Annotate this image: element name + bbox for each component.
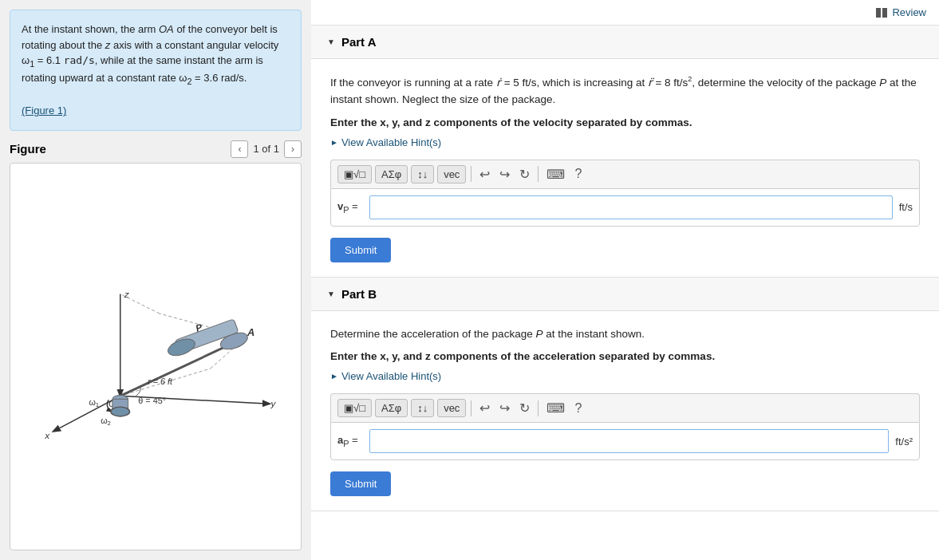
svg-text:z: z — [124, 289, 129, 300]
sep1b — [471, 400, 471, 416]
right-panel: Review ▼ Part A If the conveyor is runni… — [311, 0, 939, 560]
part-b-hint-label: View Available Hint(s) — [341, 370, 441, 382]
part-a-submit[interactable]: Submit — [330, 238, 391, 262]
part-a-hint-label: View Available Hint(s) — [341, 136, 441, 148]
svg-text:θ = 45°: θ = 45° — [138, 396, 166, 405]
part-a-toolbar: ▣√□ ΑΣφ ↕↓ vec ↩ ↪ ↻ ⌨ — [330, 160, 920, 188]
part-a-section: ▼ Part A If the conveyor is running at a… — [311, 26, 939, 278]
prev-figure-btn[interactable]: ‹ — [231, 140, 248, 158]
part-b-instruction: Enter the x, y, and z components of the … — [330, 350, 920, 362]
symbol-btn-a[interactable]: ΑΣφ — [375, 165, 408, 183]
arrows-label-b: ↕↓ — [417, 402, 428, 414]
svg-text:r = 6 ft: r = 6 ft — [148, 376, 173, 385]
part-b-toolbar: ▣√□ ΑΣφ ↕↓ vec ↩ ↪ ↻ ⌨ — [330, 393, 920, 422]
problem-statement: At the instant shown, the arm OA of the … — [10, 10, 302, 131]
part-b-content: Determine the acceleration of the packag… — [311, 311, 939, 511]
keyboard-btn-a[interactable]: ⌨ — [543, 165, 568, 183]
review-label: Review — [892, 6, 926, 18]
svg-text:ω2: ω2 — [101, 415, 111, 426]
figure-canvas: z y x A P — [10, 163, 302, 550]
svg-point-23 — [111, 407, 130, 416]
help-btn-b[interactable]: ? — [571, 400, 585, 417]
part-b-input[interactable] — [369, 429, 889, 453]
svg-text:x: x — [44, 430, 50, 441]
next-figure-btn[interactable]: › — [284, 140, 302, 158]
figure-section: Figure ‹ 1 of 1 › z y x — [10, 140, 302, 550]
svg-text:A: A — [247, 325, 254, 337]
part-b-section: ▼ Part B Determine the acceleration of t… — [311, 278, 939, 512]
vec-label-b: vec — [444, 402, 460, 414]
svg-text:P: P — [194, 321, 203, 334]
part-b-arrow: ▼ — [327, 290, 335, 298]
figure-diagram: z y x A P — [10, 164, 301, 550]
part-a-instruction: Enter the x, y, and z components of the … — [330, 116, 920, 128]
part-b-input-label: aP = — [337, 434, 363, 448]
part-a-hint[interactable]: ► View Available Hint(s) — [330, 136, 920, 148]
sep1a — [471, 166, 471, 182]
arrows-btn-b[interactable]: ↕↓ — [411, 399, 434, 417]
matrix-btn-b[interactable]: ▣√□ — [337, 399, 372, 417]
symbol-label-a: ΑΣφ — [381, 168, 401, 180]
part-a-title: Part A — [341, 35, 377, 49]
vec-label-a: vec — [444, 168, 460, 180]
review-link[interactable]: Review — [876, 6, 926, 18]
vec-btn-b[interactable]: vec — [437, 399, 466, 417]
parts-container: ▼ Part A If the conveyor is running at a… — [311, 26, 939, 511]
redo-btn-b[interactable]: ↪ — [496, 399, 513, 417]
undo-btn-b[interactable]: ↩ — [476, 399, 493, 417]
help-btn-a[interactable]: ? — [571, 165, 585, 183]
figure-title: Figure — [10, 142, 46, 156]
part-b-unit: ft/s² — [895, 436, 913, 448]
figure-link[interactable]: (Figure 1) — [22, 105, 66, 116]
redo-btn-a[interactable]: ↪ — [496, 165, 513, 183]
part-b-header[interactable]: ▼ Part B — [311, 278, 939, 311]
matrix-btn-a[interactable]: ▣√□ — [337, 165, 372, 183]
part-a-header[interactable]: ▼ Part A — [311, 26, 939, 59]
reset-btn-a[interactable]: ↻ — [516, 165, 533, 183]
part-b-title: Part B — [341, 287, 377, 301]
part-b-question: Determine the acceleration of the packag… — [330, 325, 920, 343]
part-b-hint[interactable]: ► View Available Hint(s) — [330, 370, 920, 382]
sep2a — [538, 166, 539, 182]
part-b-input-row: aP = ft/s² — [330, 422, 920, 460]
svg-text:ω1: ω1 — [89, 397, 99, 408]
symbol-btn-b[interactable]: ΑΣφ — [375, 399, 408, 417]
matrix-label-a: ▣√□ — [344, 168, 365, 180]
review-bar: Review — [311, 0, 939, 26]
vec-btn-a[interactable]: vec — [437, 165, 466, 183]
figure-nav: ‹ 1 of 1 › — [231, 140, 302, 158]
undo-btn-a[interactable]: ↩ — [476, 165, 493, 183]
part-a-input[interactable] — [369, 195, 893, 219]
svg-text:y: y — [270, 398, 277, 409]
sep2b — [538, 400, 539, 416]
part-a-content: If the conveyor is running at a rate ṙ =… — [311, 59, 939, 277]
review-icon — [876, 8, 889, 18]
part-a-input-label: vP = — [337, 200, 363, 215]
symbol-label-b: ΑΣφ — [381, 402, 401, 414]
page-indicator: 1 of 1 — [253, 143, 279, 155]
arrows-label-a: ↕↓ — [417, 168, 428, 180]
part-b-hint-arrow: ► — [330, 372, 338, 381]
part-a-unit: ft/s — [899, 201, 913, 213]
reset-btn-b[interactable]: ↻ — [516, 399, 533, 417]
part-a-arrow: ▼ — [327, 37, 335, 46]
part-a-question: If the conveyor is running at a rate ṙ =… — [330, 73, 920, 108]
arrows-btn-a[interactable]: ↕↓ — [411, 165, 434, 183]
part-b-submit[interactable]: Submit — [330, 471, 391, 496]
part-a-hint-arrow: ► — [330, 138, 338, 147]
matrix-label-b: ▣√□ — [344, 402, 365, 414]
keyboard-btn-b[interactable]: ⌨ — [543, 399, 568, 417]
part-a-input-row: vP = ft/s — [330, 188, 920, 227]
